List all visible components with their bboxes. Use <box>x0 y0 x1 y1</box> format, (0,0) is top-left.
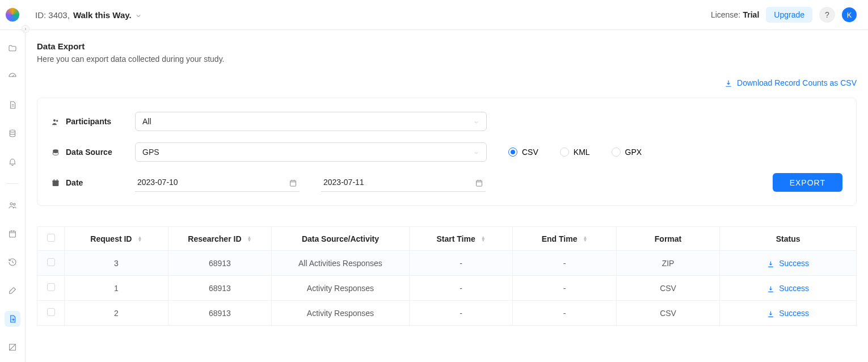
th-researcher-id[interactable]: Researcher ID <box>188 234 241 243</box>
cell-format: ZIP <box>616 251 720 276</box>
page-subtitle: Here you can export data collected durin… <box>37 54 857 64</box>
calendar-icon <box>289 178 297 187</box>
cell-end-time: - <box>513 276 617 301</box>
sidebar-calendar-icon[interactable] <box>5 226 20 242</box>
export-button[interactable]: EXPORT <box>773 173 842 192</box>
radio-label: KML <box>574 148 590 157</box>
cell-researcher-id: 68913 <box>168 276 272 301</box>
svg-point-4 <box>53 119 56 121</box>
cell-format: CSV <box>616 301 720 326</box>
cell-researcher-id: 68913 <box>168 301 272 326</box>
svg-point-5 <box>56 120 58 121</box>
chevron-down-icon <box>473 117 479 125</box>
row-checkbox[interactable] <box>47 258 55 266</box>
row-checkbox[interactable] <box>47 283 55 291</box>
th-format: Format <box>655 234 681 243</box>
row-checkbox[interactable] <box>47 308 55 316</box>
participants-label: Participants <box>66 117 111 126</box>
filter-card: Participants All Data Source GPS CSVKMLG… <box>37 98 857 206</box>
download-icon <box>767 284 774 293</box>
date-end-input[interactable]: 2023-07-11 <box>321 173 486 192</box>
sidebar-divider <box>6 183 19 184</box>
sidebar-users-icon[interactable] <box>5 197 20 213</box>
sidebar-bell-icon[interactable] <box>5 154 20 170</box>
help-button[interactable]: ? <box>819 7 835 23</box>
app-logo[interactable] <box>6 8 19 22</box>
page-title: Data Export <box>37 41 857 51</box>
format-radio-gpx[interactable]: GPX <box>612 148 642 157</box>
datasource-label: Data Source <box>66 148 112 157</box>
radio-circle <box>560 148 569 157</box>
cell-start-time: - <box>409 301 513 326</box>
sort-icon[interactable]: ▲▼ <box>583 236 587 242</box>
svg-rect-9 <box>290 180 296 186</box>
radio-label: CSV <box>522 148 538 157</box>
cell-activity: All Activities Responses <box>272 251 410 276</box>
sort-icon[interactable]: ▲▼ <box>481 236 486 242</box>
cell-start-time: - <box>409 251 513 276</box>
svg-rect-3 <box>10 231 16 237</box>
participants-select[interactable]: All <box>135 112 487 131</box>
sidebar-document-icon[interactable] <box>5 97 20 113</box>
sidebar-history-icon[interactable] <box>5 254 20 270</box>
format-radio-kml[interactable]: KML <box>560 148 590 157</box>
table-row: 268913Activity Responses--CSVSuccess <box>37 301 857 326</box>
status-download-link[interactable]: Success <box>767 309 809 318</box>
select-all-checkbox[interactable] <box>47 234 55 242</box>
status-download-link[interactable]: Success <box>767 284 809 293</box>
sidebar-dashboard-icon[interactable] <box>5 69 20 85</box>
users-icon <box>51 117 60 127</box>
cell-request-id: 2 <box>65 301 168 326</box>
format-radio-group: CSVKMLGPX <box>508 148 642 157</box>
sort-icon[interactable]: ▲▼ <box>137 236 142 242</box>
th-end-time[interactable]: End Time <box>542 234 578 243</box>
radio-label: GPX <box>625 148 642 157</box>
license-label: License: Trial <box>711 10 759 20</box>
format-radio-csv[interactable]: CSV <box>508 148 538 157</box>
date-start-input[interactable]: 2023-07-10 <box>135 173 300 192</box>
calendar-icon <box>475 178 483 187</box>
cell-request-id: 1 <box>65 276 168 301</box>
study-title: Walk this Way. <box>73 10 132 20</box>
svg-point-0 <box>10 130 15 132</box>
cell-end-time: - <box>513 301 617 326</box>
chevron-down-icon <box>473 148 479 156</box>
th-start-time[interactable]: Start Time <box>436 234 475 243</box>
download-icon <box>724 78 732 87</box>
th-activity: Data Source/Activity <box>302 234 379 243</box>
upgrade-button[interactable]: Upgrade <box>766 7 812 23</box>
download-icon <box>767 259 774 268</box>
sidebar-compliance-icon[interactable] <box>5 339 20 355</box>
cell-request-id: 3 <box>65 251 168 276</box>
svg-rect-10 <box>477 180 482 186</box>
sidebar-folder-icon[interactable] <box>5 40 20 56</box>
exports-table: Request ID▲▼ Researcher ID▲▼ Data Source… <box>37 226 857 326</box>
radio-circle <box>612 148 621 157</box>
th-status: Status <box>776 234 800 243</box>
avatar[interactable]: K <box>842 7 857 22</box>
breadcrumb[interactable]: ID: 3403, Walk this Way. <box>35 10 142 20</box>
table-row: 368913All Activities Responses--ZIPSucce… <box>37 251 857 276</box>
cell-activity: Activity Responses <box>272 301 410 326</box>
sort-icon[interactable]: ▲▼ <box>247 236 252 242</box>
chevron-down-icon[interactable] <box>135 10 142 20</box>
study-id: ID: 3403, <box>35 10 70 20</box>
th-request-id[interactable]: Request ID <box>90 234 132 243</box>
datasource-select[interactable]: GPS <box>135 142 487 162</box>
cell-format: CSV <box>616 276 720 301</box>
table-row: 168913Activity Responses--CSVSuccess <box>37 276 857 301</box>
sidebar-export-icon[interactable] <box>5 311 20 327</box>
cell-activity: Activity Responses <box>272 276 410 301</box>
status-download-link[interactable]: Success <box>767 259 809 268</box>
sidebar-edit-icon[interactable] <box>5 283 20 298</box>
expand-sidebar-button[interactable]: › <box>22 25 30 33</box>
cell-end-time: - <box>513 251 617 276</box>
sidebar <box>0 30 26 362</box>
calendar-icon <box>51 178 60 187</box>
database-icon <box>51 148 60 157</box>
radio-circle <box>508 148 517 157</box>
download-record-counts-link[interactable]: Download Record Counts as CSV <box>724 78 857 87</box>
date-label: Date <box>66 178 83 187</box>
sidebar-database-icon[interactable] <box>5 125 20 141</box>
cell-researcher-id: 68913 <box>168 251 272 276</box>
